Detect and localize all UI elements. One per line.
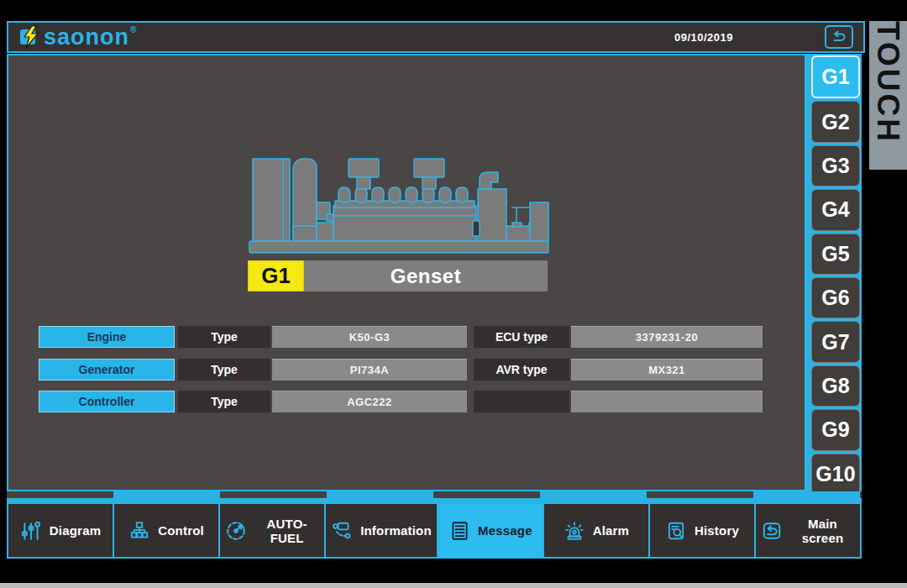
spec-row-engine: Engine Type K50-G3 ECU type 3379231-20 (8, 326, 805, 348)
nav-label: Diagram (50, 523, 101, 538)
nav-label: AUTO-FUEL (254, 517, 319, 545)
generator-label-button[interactable]: Generator (39, 359, 175, 381)
genset-illustration (248, 155, 550, 255)
history-search-icon (665, 520, 687, 542)
nav-label: Control (158, 523, 204, 538)
nav-label: History (695, 523, 739, 538)
generator-type-value: PI734A (272, 359, 467, 381)
genset-name: Genset (304, 260, 548, 291)
nav-auto-fuel-button[interactable]: AUTO-FUEL (220, 504, 324, 557)
separator-segment (540, 491, 647, 498)
lightning-bolt-icon (21, 25, 41, 49)
separator-segment (113, 491, 220, 498)
tab-g4[interactable]: G4 (811, 189, 860, 230)
controller-type-value: AGC222 (272, 391, 467, 412)
nav-label: Alarm (593, 523, 630, 538)
nav-control-button[interactable]: Control (114, 504, 218, 557)
tab-g5[interactable]: G5 (811, 234, 860, 275)
ecu-type-header: ECU type (474, 326, 569, 348)
separator-segment (327, 491, 433, 498)
nav-alarm-button[interactable]: Alarm (544, 504, 648, 557)
logo-glyph (20, 26, 42, 48)
nav-label: Information (360, 523, 432, 538)
tab-g10[interactable]: G10 (811, 454, 860, 495)
empty-value-cell (571, 391, 763, 412)
touch-label: TOUCH (869, 21, 907, 170)
tab-g2[interactable]: G2 (811, 101, 860, 142)
sliders-icon (20, 520, 42, 542)
genset-selector-column: G1 G2 G3 G4 G5 G6 G7 G8 G9 G10 (806, 54, 862, 496)
separator-segment (753, 491, 860, 498)
tab-g1[interactable]: G1 (811, 55, 860, 98)
header-bar: saonon ® 09/10/2019 (7, 21, 865, 53)
header-return-button[interactable] (825, 25, 853, 49)
empty-header-cell (474, 391, 569, 412)
tab-g3[interactable]: G3 (811, 145, 860, 186)
spec-row-controller: Controller Type AGC222 (8, 391, 805, 412)
nav-label: Main screen (790, 517, 855, 545)
brand-name: saonon (44, 26, 129, 48)
controller-label-button[interactable]: Controller (39, 391, 175, 412)
return-icon (830, 29, 848, 45)
alarm-siren-icon (564, 520, 585, 542)
bottom-nav-bar: Diagram Control (7, 502, 862, 559)
nav-diagram-button[interactable]: Diagram (8, 504, 113, 557)
ecu-type-value: 3379231-20 (571, 326, 763, 348)
list-icon (448, 520, 470, 542)
brand-logo: saonon ® (20, 25, 135, 49)
engine-label-button[interactable]: Engine (39, 326, 175, 348)
nav-separator-strip (7, 491, 862, 498)
type-header: Type (178, 326, 270, 348)
bezel-touch-strip: TOUCH (869, 21, 907, 170)
flowchart-icon (331, 520, 353, 542)
gauge-icon (225, 520, 247, 542)
tab-g9[interactable]: G9 (811, 409, 860, 450)
bezel-bottom-strip (0, 583, 907, 588)
org-chart-icon (128, 520, 150, 542)
engine-type-value: K50-G3 (272, 326, 467, 348)
tab-g6[interactable]: G6 (811, 277, 860, 318)
avr-type-header: AVR type (474, 359, 569, 381)
nav-message-button[interactable]: Message (438, 504, 543, 557)
type-header: Type (178, 391, 270, 412)
registered-mark: ® (130, 25, 136, 34)
genset-label-bar: G1 Genset (248, 260, 548, 291)
nav-main-screen-button[interactable]: Main screen (756, 504, 860, 557)
nav-history-button[interactable]: History (650, 504, 754, 557)
tab-g7[interactable]: G7 (811, 321, 860, 362)
main-panel: G1 Genset Engine Type K50-G3 ECU type 33… (7, 54, 806, 491)
hmi-screen: saonon ® 09/10/2019 TOUCH (0, 0, 907, 588)
genset-id-badge: G1 (248, 260, 304, 291)
spec-row-generator: Generator Type PI734A AVR type MX321 (8, 359, 805, 381)
tab-g8[interactable]: G8 (811, 365, 860, 407)
type-header: Type (178, 359, 270, 381)
avr-type-value: MX321 (571, 359, 763, 381)
nav-label: Message (478, 523, 532, 538)
nav-information-button[interactable]: Information (326, 504, 437, 557)
return-icon (761, 520, 783, 542)
date-display: 09/10/2019 (674, 31, 733, 44)
